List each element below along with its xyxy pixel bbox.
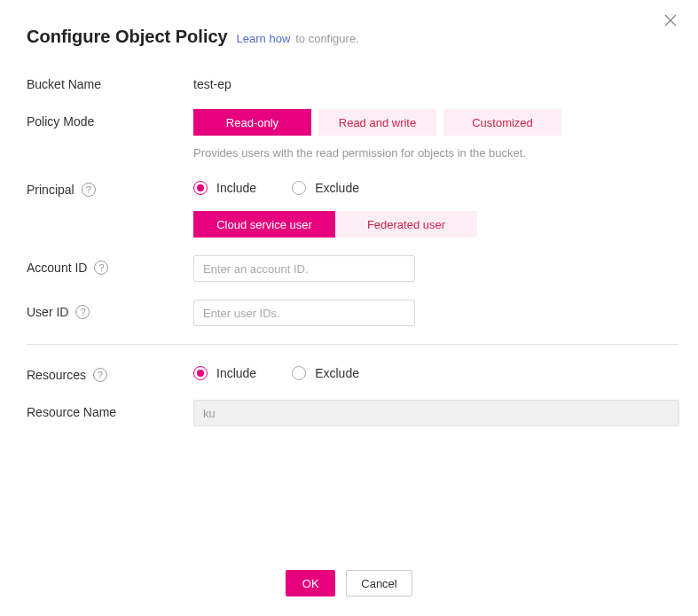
help-icon[interactable]: ?	[94, 261, 108, 275]
help-icon[interactable]: ?	[75, 305, 90, 319]
section-divider	[27, 344, 678, 345]
resources-include-exclude-group: Include Exclude	[193, 363, 678, 380]
account-id-input[interactable]	[193, 255, 415, 282]
radio-label: Exclude	[315, 181, 359, 195]
principal-include-exclude-group: Include Exclude	[193, 177, 678, 195]
radio-icon	[193, 181, 208, 195]
dialog-header: Configure Object Policy Learn how to con…	[27, 27, 678, 47]
tab-read-only[interactable]: Read-only	[193, 109, 311, 136]
resources-label: Resources	[27, 368, 86, 382]
bucket-name-label: Bucket Name	[27, 72, 193, 91]
radio-label: Include	[216, 181, 256, 195]
radio-icon	[292, 366, 306, 380]
policy-mode-label: Policy Mode	[27, 109, 193, 129]
close-icon[interactable]	[664, 14, 680, 30]
help-icon[interactable]: ?	[82, 183, 96, 197]
configure-object-policy-dialog: Configure Object Policy Learn how to con…	[0, 0, 698, 616]
radio-icon	[292, 181, 306, 195]
tab-cloud-service-user[interactable]: Cloud service user	[193, 211, 335, 238]
dialog-footer: OK Cancel	[0, 570, 698, 597]
principal-exclude-radio[interactable]: Exclude	[292, 181, 359, 195]
principal-label: Principal	[27, 183, 75, 197]
policy-mode-tabs: Read-only Read and write Customized	[193, 109, 678, 136]
radio-icon	[193, 366, 208, 380]
principal-user-type-tabs: Cloud service user Federated user	[193, 211, 678, 238]
tab-read-and-write[interactable]: Read and write	[318, 109, 436, 136]
resources-include-radio[interactable]: Include	[193, 366, 256, 380]
radio-label: Exclude	[315, 366, 359, 380]
resources-exclude-radio[interactable]: Exclude	[292, 366, 359, 380]
resource-name-input	[193, 400, 679, 426]
bucket-name-value: test-ep	[193, 72, 678, 91]
tab-customized[interactable]: Customized	[443, 109, 561, 136]
learn-how-link[interactable]: Learn how	[237, 32, 291, 45]
radio-label: Include	[216, 366, 256, 380]
learn-how-suffix: to configure.	[295, 32, 359, 45]
user-id-input[interactable]	[193, 300, 415, 326]
ok-button[interactable]: OK	[286, 570, 335, 597]
account-id-label: Account ID	[27, 261, 87, 275]
policy-mode-desc: Provides users with the read permission …	[193, 146, 678, 160]
cancel-button[interactable]: Cancel	[346, 570, 412, 597]
user-id-label: User ID	[27, 305, 68, 319]
tab-federated-user[interactable]: Federated user	[335, 211, 477, 238]
principal-include-radio[interactable]: Include	[193, 181, 256, 195]
help-icon[interactable]: ?	[93, 368, 107, 382]
page-title: Configure Object Policy	[27, 27, 228, 46]
resource-name-label: Resource Name	[27, 400, 193, 419]
